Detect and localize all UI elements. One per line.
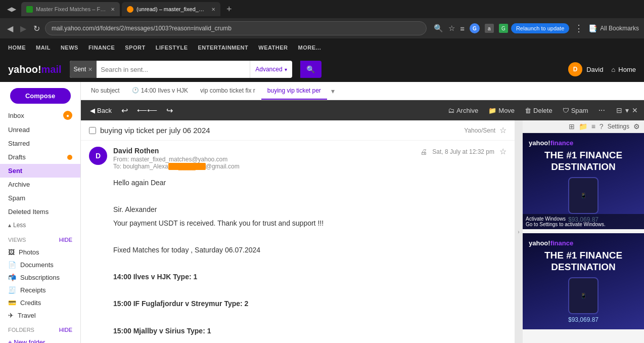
move-action[interactable]: 📁 Move bbox=[485, 105, 518, 116]
spam-action[interactable]: 🛡 Spam bbox=[560, 105, 591, 116]
nav-mail[interactable]: MAIL bbox=[36, 45, 51, 51]
sidebar-item-starred[interactable]: Starred bbox=[0, 137, 80, 150]
nav-news[interactable]: NEWS bbox=[61, 45, 78, 51]
home-button[interactable]: ⌂ Home bbox=[611, 66, 636, 73]
help-icon[interactable]: ? bbox=[600, 122, 604, 131]
nav-sport[interactable]: SPORT bbox=[125, 45, 145, 51]
archive-action[interactable]: 🗂 Archive bbox=[445, 105, 481, 116]
sidebar-item-deleted[interactable]: Deleted Items bbox=[0, 205, 80, 219]
extensions-icon[interactable]: ≡ bbox=[460, 24, 465, 33]
browser-menu-icon[interactable]: ⋮ bbox=[572, 23, 585, 34]
print-icon[interactable]: 🖨 bbox=[420, 148, 427, 156]
ext-icon-2: G bbox=[499, 24, 508, 33]
nav-entertainment[interactable]: ENTERTAINMENT bbox=[198, 45, 248, 51]
collapse-icon[interactable]: ▾ bbox=[625, 106, 629, 114]
nav-lifestyle[interactable]: LIFESTYLE bbox=[156, 45, 188, 51]
subject-title: buying vip ticket per july 06 2024 bbox=[100, 126, 210, 135]
delete-icon: 🗑 bbox=[525, 107, 531, 114]
back-button[interactable]: ◀ bbox=[5, 22, 15, 35]
toolbar-right-icons: ⊟ ▾ ✕ bbox=[616, 106, 638, 114]
tab-3-label: vip combo ticket fix r bbox=[200, 87, 255, 94]
search-button[interactable]: 🔍 bbox=[300, 61, 321, 78]
email-tab-2[interactable]: 🕐 14:00 Ilves v HJK bbox=[126, 82, 194, 100]
sidebar-item-drafts[interactable]: Drafts bbox=[0, 150, 80, 164]
ad-1-activate: Activate Windows Go to Settings to activ… bbox=[523, 214, 644, 229]
select-email-checkbox[interactable] bbox=[89, 127, 96, 134]
grid-icon[interactable]: ⊞ bbox=[569, 122, 575, 131]
nav-weather[interactable]: WEATHER bbox=[258, 45, 288, 51]
delete-action[interactable]: 🗑 Delete bbox=[522, 105, 556, 116]
email-date: Sat, 8 July at 12:32 pm bbox=[432, 148, 494, 155]
sidebar-item-photos[interactable]: 🖼 Photos bbox=[0, 246, 80, 259]
resize-icon[interactable]: ⊟ bbox=[616, 106, 622, 114]
delete-label: Delete bbox=[533, 107, 553, 114]
nav-more[interactable]: MORE... bbox=[298, 45, 321, 51]
ad-1-logo: yahoo!finance bbox=[529, 139, 573, 147]
bookmark-star-icon[interactable]: ☆ bbox=[448, 24, 455, 33]
email-star-icon[interactable]: ☆ bbox=[499, 147, 507, 156]
close-icon[interactable]: ✕ bbox=[632, 106, 638, 114]
nav-finance[interactable]: FINANCE bbox=[88, 45, 115, 51]
new-tab-button[interactable]: + bbox=[222, 4, 236, 15]
sidebar-item-inbox[interactable]: Inbox ● bbox=[0, 108, 80, 123]
search-icon[interactable]: 🔍 bbox=[434, 24, 443, 33]
sidebar-item-subscriptions[interactable]: 📬 Subscriptions bbox=[0, 271, 80, 284]
tabs-more-btn[interactable]: ▾ bbox=[327, 85, 339, 97]
update-button[interactable]: Relaunch to update bbox=[511, 23, 569, 33]
compose-button[interactable]: Compose bbox=[10, 88, 71, 104]
list-icon[interactable]: ≡ bbox=[591, 122, 595, 131]
sidebar: Compose Inbox ● Unread Starred Drafts Se… bbox=[0, 82, 81, 343]
less-toggle[interactable]: ▴ Less bbox=[0, 219, 80, 232]
search-sent-tag[interactable]: Sent ✕ bbox=[70, 61, 97, 78]
tab-2-close[interactable]: ✕ bbox=[211, 7, 215, 12]
tab-1-close[interactable]: ✕ bbox=[111, 7, 115, 12]
back-nav-btn[interactable]: ◀ Back bbox=[87, 105, 115, 116]
from-label: From: bbox=[113, 156, 131, 163]
tab-4-label: buying vip ticket per bbox=[267, 87, 321, 94]
email-tab-4-active[interactable]: buying vip ticket per bbox=[261, 82, 327, 100]
home-icon: ⌂ bbox=[611, 66, 615, 73]
more-action[interactable]: ··· bbox=[595, 104, 608, 117]
reply-btn[interactable]: ↩ bbox=[119, 104, 130, 117]
reload-button[interactable]: ↻ bbox=[31, 22, 42, 35]
email-tab-3[interactable]: vip combo ticket fix r bbox=[194, 82, 261, 100]
new-folder-btn[interactable]: + New folder bbox=[0, 336, 80, 343]
sidebar-item-credits[interactable]: 💳 Credits bbox=[0, 296, 80, 309]
tab-2[interactable]: (unread) – master_fixed_matc ✕ bbox=[122, 2, 220, 16]
user-profile[interactable]: D David bbox=[568, 62, 603, 76]
bookmarks-icon[interactable]: 📑 bbox=[588, 24, 597, 32]
move-label: Move bbox=[498, 107, 515, 114]
drafts-dot bbox=[67, 155, 72, 160]
tab-1[interactable]: Master Fixed Matches – Footba ✕ bbox=[21, 2, 120, 16]
search-input[interactable] bbox=[97, 61, 250, 78]
body-payment: Your payment USDT is received. Thank you… bbox=[113, 217, 502, 230]
forward-btn[interactable]: ↪ bbox=[164, 104, 175, 117]
email-tab-1[interactable]: No subject bbox=[85, 82, 126, 100]
inbox-badge: ● bbox=[63, 111, 72, 120]
star-icon[interactable]: ☆ bbox=[499, 125, 507, 135]
views-hide-btn[interactable]: Hide bbox=[59, 237, 72, 243]
advanced-search-btn[interactable]: Advanced ▾ bbox=[250, 61, 292, 78]
body-matches-header: Fixed Matches for today , Saturday 06.07… bbox=[113, 243, 502, 257]
nav-home[interactable]: HOME bbox=[8, 45, 26, 51]
tab-1-label: No subject bbox=[91, 87, 120, 94]
settings-gear-icon[interactable]: ⚙ bbox=[633, 122, 640, 131]
url-bar[interactable]: mail.yahoo.com/d/folders/2/messages/1003… bbox=[45, 21, 427, 35]
sidebar-item-unread[interactable]: Unread bbox=[0, 123, 80, 137]
sidebar-item-travel[interactable]: ✈ Travel bbox=[0, 309, 80, 322]
forward-button[interactable]: ▶ bbox=[18, 22, 28, 35]
sidebar-item-archive[interactable]: Archive bbox=[0, 178, 80, 191]
sidebar-item-spam[interactable]: Spam bbox=[0, 191, 80, 205]
ad-1-headline: THE #1 FINANCE DESTINATION bbox=[529, 150, 638, 173]
sidebar-item-receipts[interactable]: 🧾 Receipts bbox=[0, 284, 80, 296]
yahoo-mail-logo: yahoo!mail bbox=[8, 64, 62, 75]
folders-hide-btn[interactable]: Hide bbox=[59, 327, 72, 333]
folder-icon[interactable]: 📁 bbox=[579, 122, 587, 131]
to-blurred: ████ bbox=[168, 163, 206, 170]
tab-dropdown-btn[interactable]: ◀▶ bbox=[4, 6, 19, 13]
sidebar-item-documents[interactable]: 📄 Documents bbox=[0, 259, 80, 271]
reply-all-btn[interactable]: ⟵⟵ bbox=[134, 104, 160, 116]
sidebar-item-sent[interactable]: Sent bbox=[0, 164, 80, 178]
side-toggle[interactable]: › bbox=[515, 120, 523, 343]
sent-tag-close-icon[interactable]: ✕ bbox=[88, 66, 93, 73]
